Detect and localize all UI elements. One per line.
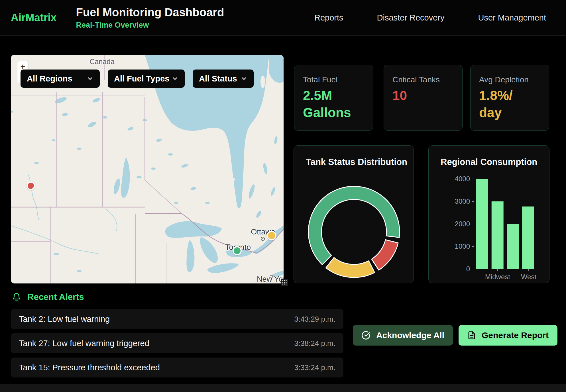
map-label-canada: Canada [89,58,115,66]
donut-segment-warning [326,258,374,277]
bar-3 [522,207,534,269]
alert-row: Tank 15: Pressure threshold exceeded 3:3… [11,358,343,377]
svg-text:0: 0 [466,265,470,273]
nav-disaster-recovery[interactable]: Disaster Recovery [377,13,445,23]
stat-value: 2.5M [303,88,332,103]
alert-row: Tank 27: Low fuel warning triggered 3:38… [11,333,343,353]
dashboard-root: AirMatrix Fuel Monitoring Dashboard Real… [0,0,566,392]
bottom-bar [0,384,566,392]
fuel-type-filter-value: All Fuel Types [114,74,169,83]
svg-text:4000: 4000 [455,175,470,183]
chevron-down-icon [241,75,247,82]
stat-card-avg-depletion: Avg Depletion 1.8%/day [470,65,549,131]
stat-card-critical-tanks: Critical Tanks 10 [384,65,463,131]
alert-timestamp: 3:43:29 p.m. [294,315,335,324]
map-panel[interactable]: Canada Ottawa Toronto New York − + All R… [11,55,284,283]
acknowledge-all-label: Acknowledge All [376,330,444,340]
nav-user-management[interactable]: User Management [478,13,546,23]
title-block: Fuel Monitoring Dashboard Real-Time Over… [76,6,224,30]
svg-text:3000: 3000 [455,197,470,205]
map-filters: All Regions All Fuel Types All Status [21,70,254,88]
header: AirMatrix Fuel Monitoring Dashboard Real… [0,0,566,36]
stat-card-total-fuel: Total Fuel 2.5MGallons [294,65,373,131]
map-label-new-york: New York [257,275,284,284]
brand-logo: AirMatrix [11,12,56,24]
svg-text:2000: 2000 [455,220,470,228]
region-filter-value: All Regions [27,74,72,83]
svg-text:Midwest: Midwest [485,273,510,281]
bell-icon [12,293,21,302]
tank-marker-warning[interactable] [267,231,276,240]
alert-timestamp: 3:38:24 p.m. [294,339,335,348]
bar-2 [507,224,519,269]
svg-text:1000: 1000 [455,242,470,250]
status-filter-dropdown[interactable]: All Status [193,70,254,88]
main-nav: Reports Disaster Recovery User Managemen… [314,13,566,23]
acknowledge-all-button[interactable]: Acknowledge All [353,325,453,346]
page-title: Fuel Monitoring Dashboard [76,6,224,19]
recent-alerts-header: Recent Alerts [12,292,84,302]
alert-row: Tank 2: Low fuel warning 3:43:29 p.m. [11,309,343,329]
status-filter-value: All Status [199,74,237,83]
alert-timestamp: 3:33:24 p.m. [294,363,335,372]
nav-reports[interactable]: Reports [314,13,343,23]
stat-label: Total Fuel [303,75,373,84]
check-circle-icon [361,331,370,340]
tank-marker-critical[interactable] [27,181,35,190]
stat-value: 10 [392,88,407,103]
region-filter-dropdown[interactable]: All Regions [21,70,100,88]
alert-message: Tank 27: Low fuel warning triggered [19,339,149,348]
fuel-type-filter-dropdown[interactable]: All Fuel Types [108,70,185,88]
alert-message: Tank 2: Low fuel warning [19,315,110,324]
page-subtitle: Real-Time Overview [76,21,224,30]
bar-1 [492,201,504,269]
alert-message: Tank 15: Pressure threshold exceeded [19,363,160,372]
generate-report-button[interactable]: Generate Report [459,325,557,346]
chevron-down-icon [87,75,93,82]
recent-alerts-title: Recent Alerts [27,292,84,302]
bar-0 [476,179,488,269]
stat-value: 1.8%/ [479,88,513,103]
stat-label: Critical Tanks [392,75,462,84]
regional-consumption-chart-card: Regional Consumption 40003000200010000Mi… [428,145,549,283]
generate-report-label: Generate Report [482,330,549,340]
regional-consumption-bar-chart: 40003000200010000MidwestWest [429,146,549,283]
tank-status-chart-card: Tank Status Distribution [294,145,414,283]
svg-text:West: West [521,273,537,281]
chevron-down-icon [172,75,178,82]
tank-marker-normal[interactable] [233,246,242,255]
tank-status-donut-chart [294,146,414,283]
file-text-icon [467,331,476,340]
stat-label: Avg Depletion [479,75,549,84]
resize-handle-icon[interactable] [281,279,288,286]
donut-segment-critical [372,240,398,270]
